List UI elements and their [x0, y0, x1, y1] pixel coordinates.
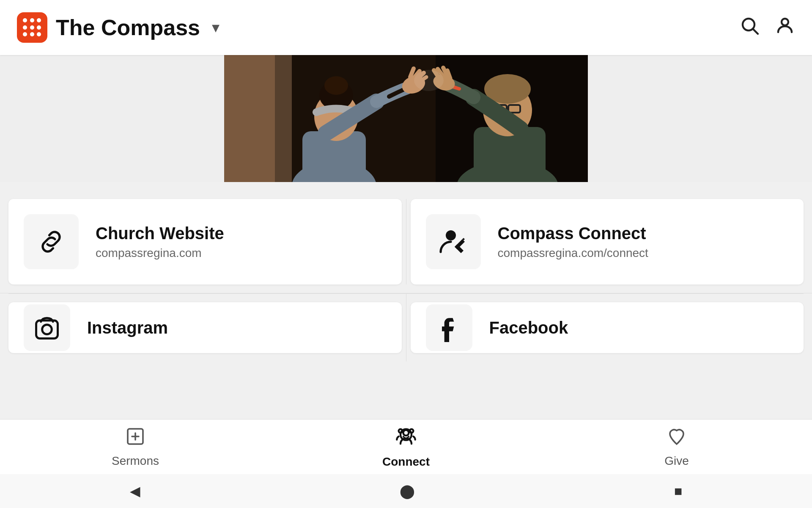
profile-icon[interactable]: [775, 15, 795, 40]
svg-rect-5: [275, 55, 292, 182]
church-website-card[interactable]: Church Website compassregina.com: [8, 199, 402, 284]
logo-dots-grid: [23, 18, 41, 37]
church-website-icon: [24, 214, 79, 269]
facebook-card[interactable]: Facebook: [411, 302, 804, 353]
svg-point-2: [782, 19, 788, 25]
recent-button[interactable]: ■: [674, 483, 682, 499]
chevron-down-icon[interactable]: ▾: [212, 19, 219, 36]
compass-connect-subtitle: compassregina.com/connect: [498, 246, 648, 260]
main-content: Church Website compassregina.com: [0, 0, 812, 429]
svg-point-39: [403, 430, 409, 435]
instagram-title: Instagram: [87, 318, 168, 337]
svg-point-33: [446, 230, 456, 240]
give-icon: [667, 426, 687, 451]
app-header: The Compass ▾: [0, 0, 812, 55]
compass-connect-card[interactable]: Compass Connect compassregina.com/connec…: [411, 199, 804, 284]
hero-wrapper: [0, 55, 812, 182]
nav-give[interactable]: Give: [541, 426, 812, 468]
app-logo[interactable]: [17, 12, 47, 43]
instagram-card[interactable]: Instagram: [8, 302, 402, 353]
church-website-text: Church Website compassregina.com: [96, 224, 224, 260]
home-button[interactable]: ⬤: [400, 483, 415, 499]
cards-section: Church Website compassregina.com: [0, 182, 812, 370]
back-button[interactable]: ◀: [130, 483, 140, 499]
hero-svg: [224, 55, 588, 182]
nav-give-label: Give: [664, 454, 689, 468]
svg-point-35: [42, 325, 52, 334]
svg-rect-34: [36, 320, 58, 339]
facebook-icon: [426, 304, 472, 351]
nav-connect[interactable]: Connect: [271, 425, 541, 469]
svg-line-1: [753, 29, 758, 34]
instagram-text: Instagram: [87, 318, 168, 337]
svg-point-11: [324, 76, 348, 95]
nav-sermons[interactable]: Sermons: [0, 426, 271, 468]
compass-connect-title: Compass Connect: [498, 224, 648, 243]
svg-rect-21: [486, 84, 529, 97]
cards-row-2: Instagram Facebook: [0, 294, 812, 362]
hero-image: [224, 55, 588, 182]
instagram-icon: [24, 304, 70, 351]
search-icon[interactable]: [739, 15, 760, 40]
compass-connect-text: Compass Connect compassregina.com/connec…: [498, 224, 648, 260]
compass-connect-icon: [426, 214, 481, 269]
sermons-icon: [125, 426, 145, 451]
app-title: The Compass: [56, 15, 200, 40]
facebook-text: Facebook: [489, 318, 568, 337]
system-nav: ◀ ⬤ ■: [0, 474, 812, 508]
connect-icon: [395, 425, 417, 452]
church-website-title: Church Website: [96, 224, 224, 243]
facebook-title: Facebook: [489, 318, 568, 337]
svg-rect-4: [224, 55, 275, 182]
vertical-divider-1: [406, 199, 406, 284]
svg-point-32: [414, 70, 444, 91]
bottom-nav: Sermons Connect Give: [0, 419, 812, 474]
vertical-divider-2: [406, 294, 406, 362]
header-left: The Compass ▾: [17, 12, 219, 43]
header-right: [739, 15, 795, 40]
church-website-subtitle: compassregina.com: [96, 246, 224, 260]
nav-connect-label: Connect: [382, 455, 430, 469]
nav-sermons-label: Sermons: [112, 454, 159, 468]
cards-row-1: Church Website compassregina.com: [0, 190, 812, 293]
